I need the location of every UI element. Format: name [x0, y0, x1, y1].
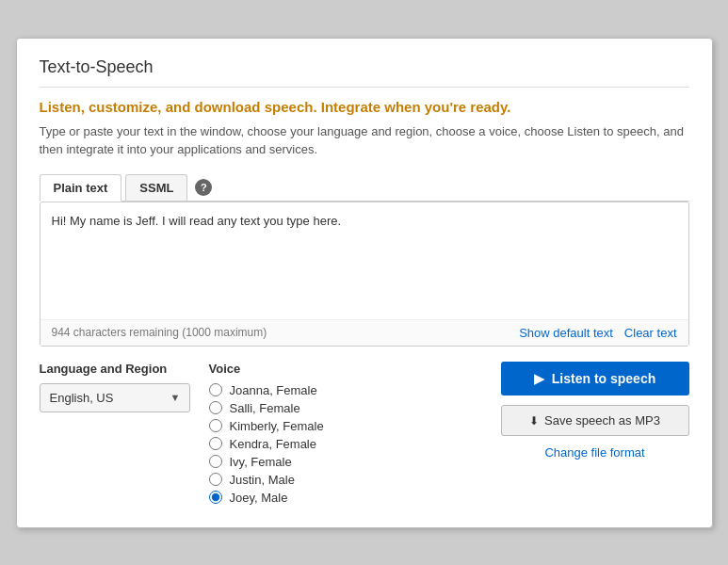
save-button-label: Save speech as MP3 [544, 413, 660, 428]
listen-to-speech-button[interactable]: Listen to speech [501, 362, 689, 396]
tabs-container: Plain text SSML ? [40, 174, 689, 202]
list-item[interactable]: Joey, Male [209, 491, 482, 505]
radio-kendra[interactable] [209, 437, 222, 450]
voice-label-kendra: Kendra, Female [230, 437, 317, 451]
radio-ivy[interactable] [209, 455, 222, 468]
download-icon [529, 413, 539, 428]
list-item[interactable]: Ivy, Female [209, 455, 482, 469]
voice-label-ivy: Ivy, Female [230, 455, 292, 469]
clear-text-button[interactable]: Clear text [624, 326, 677, 340]
language-panel: Language and Region English, US English,… [40, 362, 190, 412]
save-mp3-button[interactable]: Save speech as MP3 [501, 405, 689, 436]
voice-label-kimberly: Kimberly, Female [230, 419, 324, 433]
text-input[interactable]: Hi! My name is Jeff. I will read any tex… [40, 202, 688, 315]
voice-label: Voice [209, 362, 482, 376]
voice-label-justin: Justin, Male [230, 473, 295, 487]
show-default-text-button[interactable]: Show default text [519, 326, 613, 340]
description: Type or paste your text in the window, c… [40, 122, 689, 159]
radio-justin[interactable] [209, 473, 222, 486]
voice-options-list: Joanna, Female Salli, Female Kimberly, F… [209, 383, 482, 505]
list-item[interactable]: Kendra, Female [209, 437, 482, 451]
change-file-format-link[interactable]: Change file format [544, 445, 644, 460]
textarea-actions: Show default text Clear text [519, 326, 676, 340]
action-buttons-panel: Listen to speech Save speech as MP3 Chan… [501, 362, 689, 460]
main-window: Text-to-Speech Listen, customize, and do… [16, 38, 713, 528]
help-icon[interactable]: ? [195, 179, 212, 196]
listen-button-label: Listen to speech [552, 371, 655, 386]
list-item[interactable]: Salli, Female [209, 401, 482, 415]
language-label: Language and Region [40, 362, 190, 376]
radio-joanna[interactable] [209, 383, 222, 396]
list-item[interactable]: Kimberly, Female [209, 419, 482, 433]
text-input-container: Hi! My name is Jeff. I will read any tex… [40, 202, 689, 347]
headline: Listen, customize, and download speech. … [40, 99, 689, 115]
textarea-footer: 944 characters remaining (1000 maximum) … [40, 319, 688, 346]
voice-label-joanna: Joanna, Female [230, 383, 317, 397]
radio-joey[interactable] [209, 491, 222, 504]
voice-label-joey: Joey, Male [230, 491, 288, 505]
list-item[interactable]: Joanna, Female [209, 383, 482, 397]
tab-plain-text[interactable]: Plain text [40, 174, 122, 202]
radio-salli[interactable] [209, 401, 222, 414]
language-select-wrapper: English, US English, UK Spanish, US Fren… [40, 383, 190, 412]
tab-ssml[interactable]: SSML [125, 174, 187, 201]
play-icon [534, 371, 544, 386]
voice-panel: Voice Joanna, Female Salli, Female Kimbe… [209, 362, 482, 505]
bottom-section: Language and Region English, US English,… [40, 362, 689, 505]
list-item[interactable]: Justin, Male [209, 473, 482, 487]
radio-kimberly[interactable] [209, 419, 222, 432]
char-count: 944 characters remaining (1000 maximum) [52, 326, 267, 339]
language-select[interactable]: English, US English, UK Spanish, US Fren… [40, 383, 190, 412]
page-title: Text-to-Speech [40, 57, 689, 88]
voice-label-salli: Salli, Female [230, 401, 300, 415]
